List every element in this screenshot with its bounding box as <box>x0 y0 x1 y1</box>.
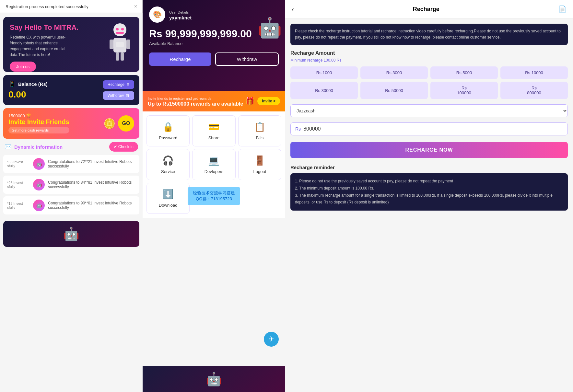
user-header: 🎨 User Details yxymknet Rs 99,999,999,99… <box>143 0 285 91</box>
download-icon: ⬇️ <box>162 189 174 200</box>
telegram-float-button[interactable]: ✈ <box>264 332 279 347</box>
go-button[interactable]: GO <box>118 115 134 132</box>
bottom-teaser: 🤖 <box>3 221 139 247</box>
reminder-item-1: 1. Please do not use the previously save… <box>295 178 563 185</box>
rs-prefix-label: Rs <box>295 126 301 132</box>
menu-item-share[interactable]: 💳 Share <box>192 115 235 146</box>
robot-svg <box>104 20 136 65</box>
password-icon: 🔒 <box>162 121 174 132</box>
menu-item-developers[interactable]: 💻 Devlopers <box>192 149 235 180</box>
amount-3000[interactable]: Rs 3000 <box>360 66 428 79</box>
invite-strip-subtitle: Invite friends to register and get rewar… <box>148 97 211 100</box>
amount-5000[interactable]: Rs 5000 <box>430 66 498 79</box>
activity-icon: 🤖 <box>33 179 45 190</box>
menu-label-bills: Bills <box>256 135 263 140</box>
svg-point-0 <box>113 23 126 36</box>
user-avatar: 🎨 <box>149 6 165 23</box>
reminder-item-3: 3. The maximum recharge amount for a sin… <box>295 192 563 206</box>
menu-label-service: Service <box>161 169 175 174</box>
activity-text: Congratulations to 84**81 Invest Intuiti… <box>48 180 135 189</box>
menu-label-download: Download <box>159 203 178 208</box>
amount-1000[interactable]: Rs 1000 <box>290 66 358 79</box>
activity-text: Congratulations to 72**21 Invest Intuiti… <box>48 159 135 168</box>
balance-title: 📱 Balance (Rs) <box>8 80 48 87</box>
left-panel: Registration process completed successfu… <box>0 0 143 392</box>
svg-point-7 <box>121 28 124 30</box>
invite-amount: 1500000 🏆 <box>8 113 69 118</box>
invite-strip-title: Up to Rs1500000 rewards are available <box>148 101 243 107</box>
activity-left-tag: *65 Investsfully <box>7 160 30 168</box>
amount-50000[interactable]: Rs 50000 <box>360 82 428 99</box>
activity-text: Congratulations to 90**01 Invest Intuiti… <box>48 201 135 210</box>
bottom-robot-icon: 🤖 <box>63 226 79 242</box>
document-icon[interactable]: 📄 <box>558 5 567 13</box>
activity-left-tag: *25 Investsfully <box>7 181 30 189</box>
checkin-button[interactable]: ✔ Check-in <box>109 142 138 152</box>
mitra-banner: Say Hello To MITRA. Redefine CX with pow… <box>3 17 139 72</box>
invite-strip: Invite friends to register and get rewar… <box>143 91 285 111</box>
invite-strip-text: Invite friends to register and get rewar… <box>148 95 243 107</box>
logout-icon: 🚪 <box>254 155 265 166</box>
header-robot-icon: 🤖 <box>258 16 282 39</box>
recharge-content: Please check the recharge instruction tu… <box>285 18 573 216</box>
recharge-amount-title: Recharge Amount <box>290 50 568 56</box>
payment-method-select[interactable]: Jazzcash Easypaisa Bank Transfer <box>291 105 567 117</box>
coins-icon: 🪙 <box>103 118 115 129</box>
menu-label-logout: Logout <box>253 169 266 174</box>
dynamic-header: ✉️ Dynamic Information ✔ Check-in <box>3 142 139 152</box>
user-details: User Details yxymknet <box>169 9 192 20</box>
mitra-description: Redefine CX with powerful user-friendly … <box>10 34 75 58</box>
menu-item-service[interactable]: 🎧 Service <box>146 149 190 180</box>
middle-panel: 🎨 User Details yxymknet Rs 99,999,999,99… <box>143 0 285 392</box>
withdraw-button-left[interactable]: Withdraw ⊟ <box>103 91 134 100</box>
svg-rect-9 <box>116 42 124 47</box>
amount-30000[interactable]: Rs 30000 <box>290 82 358 99</box>
balance-card: 📱 Balance (Rs) 0.00 Recharge ⊞ Withdraw … <box>3 75 139 105</box>
left-scroll-area: Say Hello To MITRA. Redefine CX with pow… <box>0 14 143 392</box>
amount-input-field[interactable] <box>303 126 563 132</box>
amount-100000[interactable]: Rs100000 <box>430 82 498 99</box>
username: yxymknet <box>169 15 192 20</box>
svg-point-6 <box>116 28 119 30</box>
svg-rect-2 <box>110 40 113 49</box>
header-actions: Recharge Withdraw <box>149 52 279 66</box>
svg-rect-4 <box>116 52 119 61</box>
recharge-button-left[interactable]: Recharge ⊞ <box>103 80 134 89</box>
robot-illustration <box>104 20 136 65</box>
menu-item-logout[interactable]: 🚪 Logout <box>238 149 281 180</box>
activity-item: *65 Investsfully 🤖 Congratulations to 72… <box>3 155 139 173</box>
balance-amount: 0.00 <box>8 89 48 100</box>
invite-btn-strip[interactable]: Invite > <box>257 97 280 105</box>
middle-bottom-teaser: 🤖 <box>143 366 285 392</box>
activity-icon: 🤖 <box>33 158 45 170</box>
reminder-title: Recharge reminder <box>290 165 568 170</box>
back-button[interactable]: ‹ <box>292 6 294 13</box>
bottom-robot-icon-middle: 🤖 <box>206 372 222 387</box>
bills-icon: 📋 <box>254 121 265 132</box>
withdraw-btn-middle[interactable]: Withdraw <box>215 52 279 66</box>
amount-800000[interactable]: Rs800000 <box>500 82 568 99</box>
recharge-info-box: Please check the recharge instruction tu… <box>290 24 568 45</box>
invite-action: 🪙 GO <box>103 115 134 132</box>
dynamic-title: ✉️ Dynamic Information <box>5 143 63 150</box>
reminder-box: 1. Please do not use the previously save… <box>290 173 568 210</box>
recharge-min-label: Minimum recharge 100.00 Rs <box>290 58 568 63</box>
activity-list: *65 Investsfully 🤖 Congratulations to 72… <box>3 155 139 214</box>
activity-item: *25 Investsfully 🤖 Congratulations to 84… <box>3 176 139 194</box>
menu-item-password[interactable]: 🔒 Password <box>146 115 190 146</box>
menu-item-bills[interactable]: 📋 Bills <box>238 115 281 146</box>
menu-label-password: Password <box>159 135 177 140</box>
amount-10000[interactable]: Rs 10000 <box>500 66 568 79</box>
activity-item: *18 Investsfully 🤖 Congratulations to 90… <box>3 196 139 214</box>
recharge-btn-middle[interactable]: Recharge <box>149 52 211 66</box>
join-button[interactable]: Join us <box>10 62 36 72</box>
menu-item-download[interactable]: ⬇️ Download <box>146 183 190 214</box>
balance-info: 📱 Balance (Rs) 0.00 <box>8 80 48 100</box>
amount-grid: Rs 1000 Rs 3000 Rs 5000 Rs 10000 Rs 3000… <box>290 66 568 99</box>
gift-icon: 🎁 <box>245 97 255 106</box>
available-label: Available Balance <box>149 41 279 46</box>
toast-message: Registration process completed successfu… <box>6 4 88 9</box>
toast-close-button[interactable]: × <box>134 4 137 9</box>
menu-label-share: Share <box>208 135 220 140</box>
recharge-now-button[interactable]: RECHARGE NOW <box>290 142 568 158</box>
